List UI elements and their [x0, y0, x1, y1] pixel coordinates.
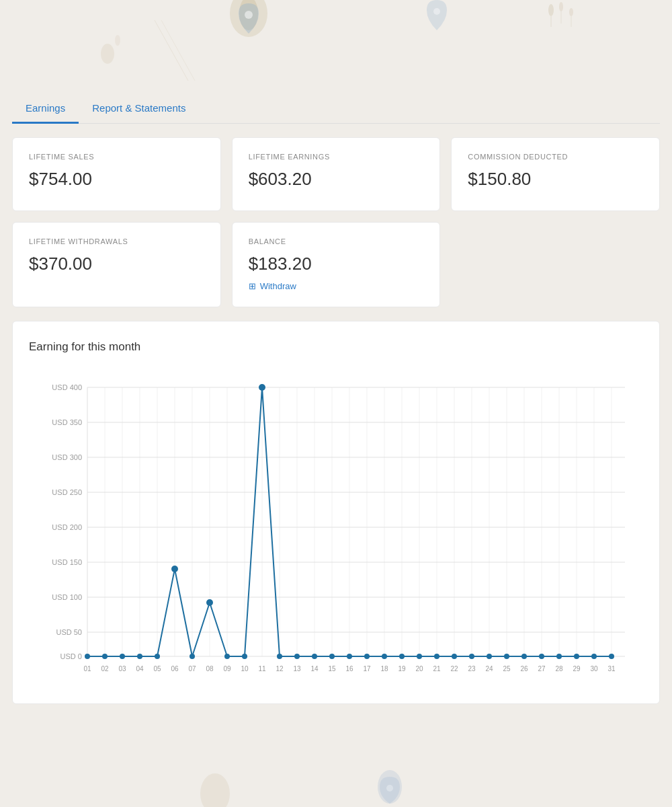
svg-point-113	[417, 654, 422, 659]
stat-card-empty	[451, 222, 660, 307]
svg-text:15: 15	[328, 665, 336, 672]
svg-point-103	[242, 654, 247, 659]
withdraw-icon: ⊞	[249, 281, 256, 291]
tab-earnings[interactable]: Earnings	[12, 94, 79, 124]
svg-text:06: 06	[171, 665, 179, 672]
tabs-container: Earnings Report & Statements	[12, 0, 660, 124]
lifetime-earnings-label: LIFETIME EARNINGS	[249, 153, 424, 161]
svg-point-97	[137, 654, 142, 659]
svg-text:16: 16	[345, 665, 353, 672]
svg-point-122	[574, 654, 579, 659]
svg-point-105	[277, 654, 282, 659]
svg-point-106	[294, 654, 300, 659]
svg-point-121	[556, 654, 562, 659]
stat-card-withdrawals: LIFETIME WITHDRAWALS $370.00	[12, 222, 221, 307]
svg-text:22: 22	[450, 665, 458, 672]
svg-text:25: 25	[503, 665, 511, 672]
svg-point-114	[434, 654, 439, 659]
svg-text:USD 200: USD 200	[52, 523, 82, 531]
stats-row-1: LIFETIME SALES $754.00 LIFETIME EARNINGS…	[12, 137, 660, 211]
svg-point-116	[469, 654, 474, 659]
svg-text:USD 0: USD 0	[60, 652, 82, 660]
svg-text:09: 09	[223, 665, 231, 672]
svg-point-101	[206, 599, 213, 606]
svg-point-94	[85, 654, 90, 659]
stats-row-2: LIFETIME WITHDRAWALS $370.00 BALANCE $18…	[12, 222, 660, 307]
stat-card-lifetime-sales: LIFETIME SALES $754.00	[12, 137, 221, 211]
svg-text:04: 04	[136, 665, 144, 672]
svg-text:USD 50: USD 50	[56, 628, 82, 636]
withdrawals-label: LIFETIME WITHDRAWALS	[29, 237, 204, 245]
stat-card-lifetime-earnings: LIFETIME EARNINGS $603.20	[232, 137, 441, 211]
svg-point-100	[190, 654, 195, 659]
svg-text:USD 100: USD 100	[52, 593, 82, 601]
svg-point-107	[312, 654, 317, 659]
svg-text:20: 20	[415, 665, 423, 672]
svg-text:21: 21	[433, 665, 441, 672]
commission-value: $150.80	[468, 169, 643, 190]
svg-text:01: 01	[83, 665, 91, 672]
svg-text:18: 18	[380, 665, 388, 672]
svg-text:USD 300: USD 300	[52, 453, 82, 461]
svg-text:30: 30	[590, 665, 598, 672]
svg-point-127	[386, 785, 393, 792]
bottom-decoration	[0, 753, 672, 807]
svg-text:USD 400: USD 400	[52, 383, 82, 391]
svg-text:12: 12	[276, 665, 284, 672]
balance-value: $183.20	[249, 254, 424, 274]
svg-text:USD 150: USD 150	[52, 558, 82, 566]
svg-text:07: 07	[188, 665, 196, 672]
svg-point-108	[329, 654, 335, 659]
svg-text:23: 23	[468, 665, 476, 672]
svg-text:USD 350: USD 350	[52, 418, 82, 426]
svg-point-110	[364, 654, 370, 659]
main-content: Earnings Report & Statements LIFETIME SA…	[0, 0, 672, 704]
svg-text:10: 10	[241, 665, 249, 672]
svg-point-109	[347, 654, 352, 659]
svg-text:USD 250: USD 250	[52, 488, 82, 496]
svg-text:27: 27	[538, 665, 546, 672]
svg-text:19: 19	[398, 665, 406, 672]
svg-text:14: 14	[310, 665, 319, 672]
svg-text:29: 29	[573, 665, 581, 672]
svg-text:05: 05	[153, 665, 161, 672]
svg-text:17: 17	[363, 665, 371, 672]
svg-text:28: 28	[555, 665, 563, 672]
balance-label: BALANCE	[249, 237, 424, 245]
svg-point-123	[591, 654, 597, 659]
svg-point-120	[539, 654, 544, 659]
svg-point-119	[521, 654, 527, 659]
withdraw-label: Withdraw	[260, 281, 296, 291]
stat-card-balance: BALANCE $183.20 ⊞ Withdraw	[232, 222, 441, 307]
svg-text:13: 13	[293, 665, 301, 672]
svg-point-124	[609, 654, 614, 659]
svg-text:26: 26	[520, 665, 528, 672]
svg-point-126	[378, 770, 402, 804]
svg-text:08: 08	[206, 665, 214, 672]
commission-label: COMMISSION DEDUCTED	[468, 153, 643, 161]
svg-text:24: 24	[485, 665, 493, 672]
chart-section: Earning for this month	[12, 321, 660, 704]
svg-point-117	[487, 654, 492, 659]
svg-point-125	[200, 773, 230, 807]
svg-point-96	[120, 654, 125, 659]
svg-text:11: 11	[258, 665, 266, 672]
svg-point-112	[399, 654, 405, 659]
svg-text:02: 02	[101, 665, 109, 672]
svg-point-104	[259, 384, 265, 391]
svg-point-98	[155, 654, 160, 659]
lifetime-earnings-value: $603.20	[249, 169, 424, 190]
chart-container: USD 400 USD 350 USD 300 USD 250 USD 200 …	[29, 367, 643, 690]
tab-reports[interactable]: Report & Statements	[79, 94, 199, 124]
stat-card-commission: COMMISSION DEDUCTED $150.80	[451, 137, 660, 211]
svg-text:03: 03	[118, 665, 126, 672]
withdraw-button[interactable]: ⊞ Withdraw	[249, 281, 296, 291]
svg-text:31: 31	[607, 665, 616, 672]
lifetime-sales-label: LIFETIME SALES	[29, 153, 204, 161]
withdrawals-value: $370.00	[29, 254, 204, 274]
svg-point-115	[452, 654, 457, 659]
lifetime-sales-value: $754.00	[29, 169, 204, 190]
svg-point-102	[224, 654, 230, 659]
svg-point-111	[382, 654, 387, 659]
svg-point-95	[102, 654, 108, 659]
